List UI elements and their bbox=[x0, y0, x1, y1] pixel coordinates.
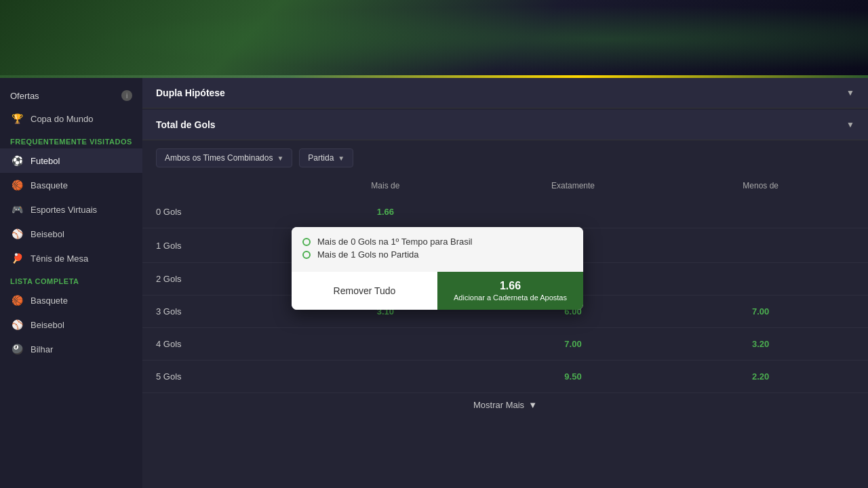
row-5-label: 5 Gols bbox=[156, 371, 292, 382]
row-5-mais-de bbox=[292, 374, 479, 380]
ofertas-header[interactable]: Ofertas i bbox=[0, 85, 142, 106]
futebol-label: Futebol bbox=[31, 156, 60, 166]
row-2-label: 2 Gols bbox=[156, 274, 292, 284]
section-total-gols[interactable]: Total de Gols ▼ bbox=[142, 110, 868, 140]
col-exatamente: Exatamente bbox=[479, 181, 667, 190]
basquete2-label: Basquete bbox=[31, 296, 68, 306]
filter-partida-label: Partida bbox=[308, 153, 334, 163]
basquete-icon: 🏀 bbox=[10, 178, 24, 192]
tenis-icon: 🏓 bbox=[10, 251, 24, 265]
lista-label: LISTA COMPLETA bbox=[0, 270, 142, 288]
row-4-label: 4 Gols bbox=[156, 339, 292, 349]
sidebar: Ofertas i 🏆 Copa do Mundo FREQUENTEMENTE… bbox=[0, 78, 142, 488]
sidebar-item-esportes-virtuais[interactable]: 🎮 Esportes Virtuais bbox=[0, 197, 142, 222]
row-0-mais-de: 1.66 bbox=[292, 200, 479, 224]
row-2-menos-de bbox=[667, 277, 854, 282]
info-icon: i bbox=[121, 90, 132, 101]
table-row-5: 5 Gols 9.50 2.20 bbox=[142, 361, 868, 393]
copa-label: Copa do Mundo bbox=[31, 114, 94, 124]
tenis-label: Tênis de Mesa bbox=[31, 253, 88, 264]
sidebar-item-futebol[interactable]: ⚽ Futebol bbox=[0, 148, 142, 173]
bet-text-1: Mais de 0 Gols na 1º Tempo para Brasil bbox=[317, 237, 473, 247]
row-3-label: 3 Gols bbox=[156, 306, 292, 317]
row-1-menos-de bbox=[667, 243, 854, 248]
table-header: Mais de Exatamente Menos de bbox=[142, 176, 868, 196]
col-row bbox=[156, 181, 292, 190]
chevron-down-icon2: ▼ bbox=[846, 120, 854, 129]
basquete-label: Basquete bbox=[31, 180, 68, 190]
table-row: 0 Gols 1.66 bbox=[142, 196, 868, 228]
odds-btn-4-exatamente[interactable]: 7.00 bbox=[549, 335, 597, 353]
col-menos-de: Menos de bbox=[667, 181, 854, 190]
row-0-exatamente bbox=[479, 209, 667, 215]
chevron-filter2-icon: ▼ bbox=[338, 155, 344, 162]
show-more-label: Mostrar Mais bbox=[473, 400, 524, 410]
bet-item-2: Mais de 1 Gols no Partida bbox=[302, 249, 572, 260]
frequente-label: FREQUENTEMENTE VISITADOS bbox=[0, 131, 142, 148]
header-banner bbox=[0, 0, 868, 78]
sidebar-item-tenis[interactable]: 🏓 Tênis de Mesa bbox=[0, 246, 142, 270]
bilhar-label: Bilhar bbox=[31, 344, 53, 354]
odds-btn-5-menos-de[interactable]: 2.20 bbox=[737, 367, 785, 386]
beisebol2-label: Beisebol bbox=[31, 320, 64, 330]
row-1-label: 1 Gols bbox=[156, 241, 292, 251]
radio-icon-1 bbox=[302, 238, 311, 246]
basquete2-icon: 🏀 bbox=[10, 293, 24, 307]
chevron-down-icon: ▼ bbox=[846, 88, 854, 98]
futebol-icon: ⚽ bbox=[10, 154, 24, 167]
bet-popup: Mais de 0 Gols na 1º Tempo para Brasil M… bbox=[292, 227, 583, 310]
row-4-mais-de bbox=[292, 342, 479, 347]
beisebol-label: Beisebol bbox=[31, 229, 64, 239]
row-4-menos-de: 3.20 bbox=[667, 332, 854, 356]
copa-icon: 🏆 bbox=[10, 112, 24, 125]
beisebol2-icon: ⚾ bbox=[10, 318, 24, 331]
odds-btn-4-menos-de[interactable]: 3.20 bbox=[737, 335, 785, 353]
bilhar-icon: 🎱 bbox=[10, 342, 24, 356]
row-0-label: 0 Gols bbox=[156, 207, 292, 217]
filter-times-dropdown[interactable]: Ambos os Times Combinados ▼ bbox=[156, 148, 292, 167]
remove-all-button[interactable]: Remover Tudo bbox=[292, 272, 437, 310]
section-total-title: Total de Gols bbox=[156, 119, 216, 130]
sidebar-item-beisebol2[interactable]: ⚾ Beisebol bbox=[0, 312, 142, 337]
filter-times-label: Ambos os Times Combinados bbox=[165, 153, 273, 163]
odds-btn-0-mais-de[interactable]: 1.66 bbox=[361, 203, 409, 221]
sidebar-item-beisebol[interactable]: ⚾ Beisebol bbox=[0, 222, 142, 246]
popup-footer: Remover Tudo 1.66 Adicionar a Caderneta … bbox=[292, 272, 583, 310]
sidebar-item-copa[interactable]: 🏆 Copa do Mundo bbox=[0, 106, 142, 131]
esportes-label: Esportes Virtuais bbox=[31, 205, 97, 215]
show-more-bar[interactable]: Mostrar Mais ▼ bbox=[142, 393, 868, 417]
radio-icon-2 bbox=[302, 251, 311, 259]
row-5-menos-de: 2.20 bbox=[667, 365, 854, 388]
chevron-filter1-icon: ▼ bbox=[277, 155, 283, 162]
filter-partida-dropdown[interactable]: Partida ▼ bbox=[299, 148, 353, 167]
filter-bar: Ambos os Times Combinados ▼ Partida ▼ bbox=[142, 140, 868, 176]
sidebar-item-basquete2[interactable]: 🏀 Basquete bbox=[0, 288, 142, 312]
row-3-menos-de: 7.00 bbox=[667, 300, 854, 323]
section-dupla-title: Dupla Hipótese bbox=[156, 87, 225, 98]
beisebol-icon: ⚾ bbox=[10, 227, 24, 241]
add-to-caderneta-button[interactable]: 1.66 Adicionar a Caderneta de Apostas bbox=[437, 272, 583, 310]
bet-text-2: Mais de 1 Gols no Partida bbox=[317, 249, 419, 260]
ofertas-label: Ofertas bbox=[10, 91, 39, 101]
popup-odds-value: 1.66 bbox=[500, 280, 521, 292]
col-mais-de: Mais de bbox=[292, 181, 479, 190]
bet-item-1: Mais de 0 Gols na 1º Tempo para Brasil bbox=[302, 237, 572, 247]
odds-btn-3-menos-de[interactable]: 7.00 bbox=[737, 302, 785, 321]
esportes-icon: 🎮 bbox=[10, 203, 24, 216]
row-0-menos-de bbox=[667, 209, 854, 215]
add-label: Adicionar a Caderneta de Apostas bbox=[454, 293, 567, 302]
sidebar-item-bilhar[interactable]: 🎱 Bilhar bbox=[0, 337, 142, 361]
table-row-4: 4 Gols 7.00 3.20 bbox=[142, 328, 868, 361]
section-dupla-hipotese[interactable]: Dupla Hipótese ▼ bbox=[142, 78, 868, 108]
row-5-exatamente: 9.50 bbox=[479, 365, 667, 388]
odds-btn-5-exatamente[interactable]: 9.50 bbox=[549, 367, 597, 386]
sidebar-item-basquete[interactable]: 🏀 Basquete bbox=[0, 173, 142, 197]
popup-bets-list: Mais de 0 Gols na 1º Tempo para Brasil M… bbox=[292, 227, 583, 272]
chevron-down-more-icon: ▼ bbox=[528, 400, 537, 410]
row-4-exatamente: 7.00 bbox=[479, 332, 667, 356]
